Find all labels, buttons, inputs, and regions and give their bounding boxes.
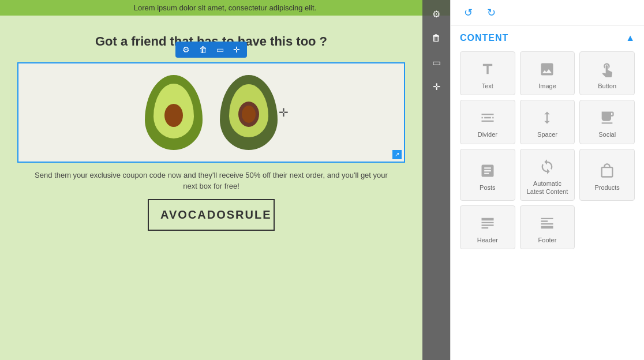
header-icon (480, 213, 496, 234)
spacer-icon (539, 107, 555, 128)
content-item-button[interactable]: Button (579, 51, 635, 95)
automatic-latest-content-label: Automatic Latest Content (525, 179, 570, 196)
content-grid: Text Image Button Divid (460, 51, 635, 249)
email-canvas: Got a friend that has to have this too ?… (0, 16, 422, 360)
content-item-footer[interactable]: Footer (520, 205, 575, 249)
content-item-social[interactable]: Social (579, 100, 635, 144)
image-block-container: ⚙ 🗑 ▭ ✛ (17, 62, 405, 163)
content-collapse-icon[interactable]: ▲ (626, 33, 635, 43)
canvas-area: Lorem ipsum dolor sit amet, consectetur … (0, 0, 450, 360)
content-section: CONTENT ▲ Text Image (451, 26, 644, 360)
products-icon (599, 160, 615, 181)
right-panel: ↺ ↻ CONTENT ▲ Text Image (450, 0, 644, 360)
content-item-posts[interactable]: Posts (460, 149, 515, 201)
content-item-spacer[interactable]: Spacer (520, 100, 575, 144)
block-toolbar[interactable]: ⚙ 🗑 ▭ ✛ (175, 42, 247, 58)
content-item-products[interactable]: Products (579, 149, 635, 201)
products-label: Products (594, 183, 619, 192)
avocado-right (220, 75, 278, 150)
redo-button[interactable]: ↻ (483, 5, 499, 21)
canvas-move-icon[interactable]: ✛ (427, 77, 445, 96)
content-item-automatic-latest-content[interactable]: Automatic Latest Content (520, 149, 575, 201)
move-cursor-icon: ✛ (279, 106, 289, 119)
text-label: Text (482, 82, 493, 90)
image-label: Image (538, 82, 556, 90)
block-settings-icon[interactable]: ⚙ (180, 44, 192, 55)
content-item-image[interactable]: Image (520, 51, 575, 95)
social-icon (599, 107, 615, 128)
coupon-text: Send them your exclusive coupon code now… (29, 170, 394, 192)
divider-icon (480, 107, 496, 128)
email-content: Got a friend that has to have this too ?… (0, 16, 422, 249)
block-move-icon[interactable]: ✛ (231, 44, 242, 55)
content-header: CONTENT ▲ (460, 33, 635, 43)
posts-icon (480, 160, 496, 181)
image-block: ✛ (18, 63, 404, 162)
content-item-header[interactable]: Header (460, 205, 515, 249)
text-icon (480, 59, 496, 80)
image-block-wrapper[interactable]: ✛ ↗ (17, 62, 405, 163)
coupon-code: AVOCADOSRULE (148, 199, 275, 231)
image-icon (539, 59, 555, 80)
footer-icon (539, 213, 555, 234)
undo-redo-bar: ↺ ↻ (451, 0, 644, 26)
spacer-label: Spacer (537, 130, 557, 138)
canvas-duplicate-icon[interactable]: ▭ (427, 53, 445, 72)
content-item-divider[interactable]: Divider (460, 100, 515, 144)
top-bar-text: Lorem ipsum dolor sit amet, consectetur … (134, 3, 316, 12)
canvas-settings-icon[interactable]: ⚙ (427, 5, 445, 23)
automatic-latest-content-icon (539, 156, 555, 177)
button-icon (599, 59, 615, 80)
block-duplicate-icon[interactable]: ▭ (214, 44, 226, 55)
canvas-toolbar-strip: ⚙ 🗑 ▭ ✛ (422, 0, 450, 360)
footer-label: Footer (538, 236, 557, 244)
divider-label: Divider (478, 130, 497, 138)
block-delete-icon[interactable]: 🗑 (197, 44, 209, 55)
top-bar: Lorem ipsum dolor sit amet, consectetur … (0, 0, 450, 16)
resize-handle[interactable]: ↗ (392, 150, 402, 159)
content-item-text[interactable]: Text (460, 51, 515, 95)
avocado-left (145, 75, 203, 150)
canvas-delete-icon[interactable]: 🗑 (427, 29, 445, 47)
posts-label: Posts (480, 183, 496, 192)
undo-button[interactable]: ↺ (460, 5, 476, 21)
content-title: CONTENT (460, 33, 508, 43)
header-label: Header (477, 236, 498, 244)
social-label: Social (598, 130, 616, 138)
button-label: Button (598, 82, 616, 90)
